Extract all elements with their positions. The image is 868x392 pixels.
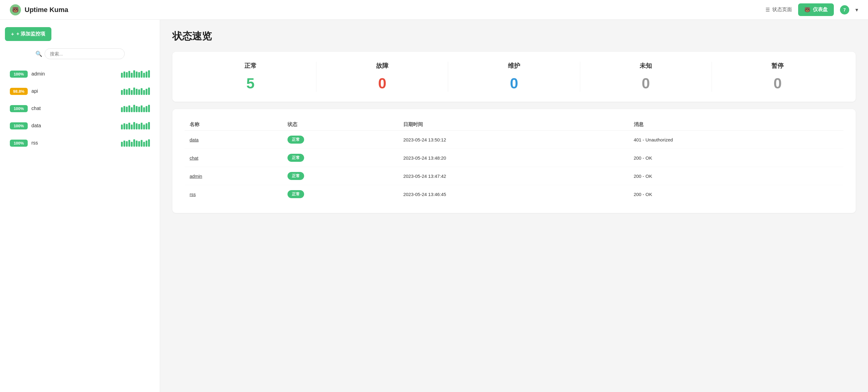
row-message-chat: 200 - OK [629, 149, 843, 167]
stat-fault-label: 故障 [316, 62, 448, 70]
stat-unknown-label: 未知 [580, 62, 712, 70]
dashboard-label: 仪表盘 [813, 6, 828, 13]
stat-maintenance-label: 维护 [448, 62, 580, 70]
monitor-name-data: data [31, 123, 117, 129]
search-input[interactable] [44, 48, 125, 59]
row-name-rss[interactable]: rss [190, 192, 196, 197]
row-message-data: 401 - Unauthorized [629, 131, 843, 149]
monitor-badge-admin: 100% [10, 71, 28, 78]
row-status-chat: 正常 [287, 154, 304, 162]
monitor-item-data[interactable]: 100% data [5, 118, 155, 133]
stat-paused-label: 暂停 [712, 62, 843, 70]
logo-icon: 🐻 [10, 4, 21, 16]
notification-badge[interactable]: 7 [840, 5, 849, 15]
monitor-item-rss[interactable]: 100% rss [5, 136, 155, 150]
monitor-name-admin: admin [31, 71, 117, 77]
status-page-link[interactable]: ☰ 状态页面 [766, 6, 792, 13]
dashboard-icon: 🐻 [804, 7, 810, 12]
search-container: 🔍 [5, 48, 155, 59]
row-datetime-admin: 2023-05-24 13:47:42 [398, 167, 628, 185]
monitor-badge-api: 98.8% [10, 88, 28, 95]
stat-paused-value: 0 [712, 75, 843, 92]
table-card: 名称 状态 日期时间 消息 data 正常 2023-05-24 13:50:1… [173, 109, 856, 213]
table-row: rss 正常 2023-05-24 13:46:45 200 - OK [185, 185, 843, 203]
main-layout: + + 添加监控项 🔍 100% admin 98.8% api [0, 20, 868, 392]
row-message-rss: 200 - OK [629, 185, 843, 203]
monitor-bars-chat [121, 105, 150, 112]
notification-count: 7 [843, 7, 846, 12]
monitor-badge-data: 100% [10, 122, 28, 130]
monitor-item-admin[interactable]: 100% admin [5, 66, 155, 81]
monitor-bars-api [121, 87, 150, 95]
stat-fault-value: 0 [316, 75, 448, 92]
stat-maintenance-value: 0 [448, 75, 580, 92]
monitor-list: 100% admin 98.8% api 100% chat [5, 66, 155, 150]
monitor-item-api[interactable]: 98.8% api [5, 84, 155, 99]
col-status: 状态 [283, 119, 398, 131]
row-status-admin: 正常 [287, 172, 304, 180]
table-row: admin 正常 2023-05-24 13:47:42 200 - OK [185, 167, 843, 185]
stat-paused: 暂停 0 [712, 62, 843, 92]
monitor-bars-data [121, 122, 150, 130]
monitor-name-api: api [31, 88, 117, 94]
monitor-bars-rss [121, 139, 150, 147]
row-status-rss: 正常 [287, 190, 304, 198]
app-title: Uptime Kuma [25, 6, 68, 14]
search-icon: 🔍 [35, 51, 42, 57]
row-datetime-chat: 2023-05-24 13:48:20 [398, 149, 628, 167]
hamburger-icon: ☰ [766, 7, 770, 12]
main-content: 状态速览 正常 5 故障 0 维护 0 未知 0 暂停 0 [160, 20, 868, 392]
table-row: chat 正常 2023-05-24 13:48:20 200 - OK [185, 149, 843, 167]
monitor-badge-chat: 100% [10, 105, 28, 112]
monitor-name-chat: chat [31, 106, 117, 111]
monitor-table: 名称 状态 日期时间 消息 data 正常 2023-05-24 13:50:1… [185, 119, 843, 203]
section-title: 状态速览 [173, 30, 856, 43]
status-page-label: 状态页面 [772, 6, 792, 13]
header: 🐻 Uptime Kuma ☰ 状态页面 🐻 仪表盘 7 ▾ [0, 0, 868, 20]
row-name-admin[interactable]: admin [190, 173, 202, 179]
table-row: data 正常 2023-05-24 13:50:12 401 - Unauth… [185, 131, 843, 149]
add-monitor-button[interactable]: + + 添加监控项 [5, 27, 52, 41]
col-datetime: 日期时间 [398, 119, 628, 131]
monitor-badge-rss: 100% [10, 140, 28, 147]
add-monitor-label: + 添加监控项 [16, 31, 45, 37]
stat-unknown-value: 0 [580, 75, 712, 92]
row-status-data: 正常 [287, 136, 304, 144]
monitor-item-chat[interactable]: 100% chat [5, 101, 155, 116]
row-name-data[interactable]: data [190, 137, 198, 142]
stat-normal-label: 正常 [185, 62, 316, 70]
stat-normal: 正常 5 [185, 62, 316, 92]
plus-icon: + [11, 31, 14, 37]
sidebar: + + 添加监控项 🔍 100% admin 98.8% api [0, 20, 160, 392]
row-name-chat[interactable]: chat [190, 155, 198, 161]
row-message-admin: 200 - OK [629, 167, 843, 185]
row-datetime-data: 2023-05-24 13:50:12 [398, 131, 628, 149]
stat-fault: 故障 0 [316, 62, 448, 92]
stat-maintenance: 维护 0 [448, 62, 580, 92]
monitor-name-rss: rss [31, 140, 117, 146]
stat-normal-value: 5 [185, 75, 316, 92]
col-name: 名称 [185, 119, 283, 131]
dashboard-button[interactable]: 🐻 仪表盘 [798, 3, 834, 16]
stat-unknown: 未知 0 [580, 62, 712, 92]
row-datetime-rss: 2023-05-24 13:46:45 [398, 185, 628, 203]
col-message: 消息 [629, 119, 843, 131]
stats-card: 正常 5 故障 0 维护 0 未知 0 暂停 0 [173, 52, 856, 102]
header-left: 🐻 Uptime Kuma [10, 4, 68, 16]
monitor-bars-admin [121, 70, 150, 78]
header-right: ☰ 状态页面 🐻 仪表盘 7 ▾ [766, 3, 858, 16]
chevron-down-icon[interactable]: ▾ [856, 6, 858, 13]
